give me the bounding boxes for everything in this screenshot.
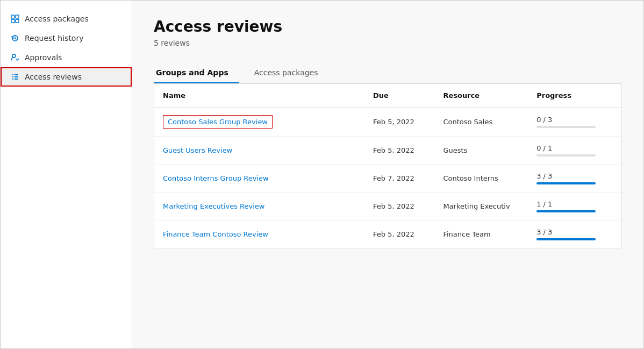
progress-label: 0 / 1	[536, 144, 613, 152]
sidebar-item-label: Access reviews	[25, 73, 82, 81]
review-link[interactable]: Contoso Sales Group Review	[163, 115, 273, 129]
progress-label: 1 / 1	[536, 200, 613, 208]
progress-bar-background	[536, 126, 596, 128]
table-row: Guest Users ReviewFeb 5, 2022Guests 0 / …	[154, 137, 621, 165]
progress-bar-background	[536, 182, 596, 184]
table-row: Marketing Executives ReviewFeb 5, 2022Ma…	[154, 193, 621, 220]
cell-due: Feb 5, 2022	[364, 108, 434, 137]
svg-rect-7	[12, 76, 13, 77]
cell-progress: 0 / 3	[528, 108, 621, 137]
cell-name: Contoso Interns Group Review	[154, 165, 364, 193]
svg-rect-1	[16, 15, 19, 18]
cell-due: Feb 5, 2022	[364, 137, 434, 165]
progress-label: 3 / 3	[536, 228, 613, 236]
cell-name: Marketing Executives Review	[154, 193, 364, 220]
sidebar-item-label: Request history	[25, 34, 83, 42]
svg-rect-10	[15, 79, 18, 80]
sidebar-item-access-packages[interactable]: Access packages	[1, 9, 132, 29]
review-link[interactable]: Contoso Interns Group Review	[163, 174, 269, 182]
tab-access-packages[interactable]: Access packages	[252, 63, 329, 83]
cell-progress: 0 / 1	[528, 137, 621, 165]
cell-resource: Guests	[434, 137, 528, 165]
person-check-icon	[11, 53, 19, 62]
sidebar-item-label: Approvals	[25, 53, 62, 62]
svg-rect-2	[11, 19, 15, 23]
reviews-table-card: NameDueResourceProgress Contoso Sales Gr…	[154, 83, 622, 248]
progress-bar-fill	[536, 238, 596, 240]
cell-resource: Contoso Interns	[434, 165, 528, 193]
cell-resource: Contoso Sales	[434, 108, 528, 137]
review-link[interactable]: Marketing Executives Review	[163, 202, 265, 210]
cell-resource: Finance Team	[434, 220, 528, 248]
sidebar-item-approvals[interactable]: Approvals	[1, 48, 132, 67]
main-content: Access reviews 5 reviews Groups and Apps…	[132, 1, 643, 348]
column-header-resource: Resource	[434, 84, 528, 108]
svg-rect-3	[16, 19, 19, 23]
cell-due: Feb 7, 2022	[364, 165, 434, 193]
progress-label: 0 / 3	[536, 116, 613, 124]
svg-point-4	[12, 54, 16, 58]
progress-bar-background	[536, 210, 596, 212]
sidebar-item-access-reviews[interactable]: Access reviews	[1, 67, 132, 87]
review-link[interactable]: Guest Users Review	[163, 146, 232, 154]
svg-rect-8	[15, 76, 18, 77]
svg-rect-5	[12, 74, 13, 75]
progress-bar-background	[536, 154, 596, 156]
progress-bar-background	[536, 238, 596, 240]
sidebar-item-request-history[interactable]: Request history	[1, 29, 132, 48]
tab-groups-and-apps[interactable]: Groups and Apps	[154, 63, 239, 83]
cell-due: Feb 5, 2022	[364, 220, 434, 248]
cell-name: Finance Team Contoso Review	[154, 220, 364, 248]
review-link[interactable]: Finance Team Contoso Review	[163, 230, 268, 238]
progress-bar-fill	[536, 182, 596, 184]
cell-name: Guest Users Review	[154, 137, 364, 165]
progress-label: 3 / 3	[536, 172, 613, 180]
column-header-due: Due	[364, 84, 434, 108]
cell-resource: Marketing Executiv	[434, 193, 528, 220]
tabs: Groups and AppsAccess packages	[154, 62, 622, 83]
cell-progress: 3 / 3	[528, 165, 621, 193]
column-header-progress: Progress	[528, 84, 621, 108]
page-subtitle: 5 reviews	[154, 39, 622, 47]
column-header-name: Name	[154, 84, 364, 108]
table-row: Finance Team Contoso ReviewFeb 5, 2022Fi…	[154, 220, 621, 248]
svg-rect-6	[15, 74, 18, 75]
list-icon	[11, 73, 19, 81]
table-row: Contoso Interns Group ReviewFeb 7, 2022C…	[154, 165, 621, 193]
grid-icon	[11, 15, 19, 23]
cell-due: Feb 5, 2022	[364, 193, 434, 220]
svg-rect-9	[12, 79, 13, 80]
reviews-table: NameDueResourceProgress Contoso Sales Gr…	[154, 84, 621, 248]
progress-bar-fill	[536, 210, 596, 212]
table-header-row: NameDueResourceProgress	[154, 84, 621, 108]
page-title: Access reviews	[154, 18, 622, 35]
cell-name: Contoso Sales Group Review	[154, 108, 364, 137]
sidebar: Access packages Request history Approval…	[1, 1, 132, 348]
sidebar-item-label: Access packages	[25, 15, 89, 23]
cell-progress: 3 / 3	[528, 220, 621, 248]
cell-progress: 1 / 1	[528, 193, 621, 220]
svg-rect-0	[11, 15, 15, 18]
table-row: Contoso Sales Group ReviewFeb 5, 2022Con…	[154, 108, 621, 137]
table-body: Contoso Sales Group ReviewFeb 5, 2022Con…	[154, 108, 621, 248]
history-icon	[11, 34, 19, 42]
